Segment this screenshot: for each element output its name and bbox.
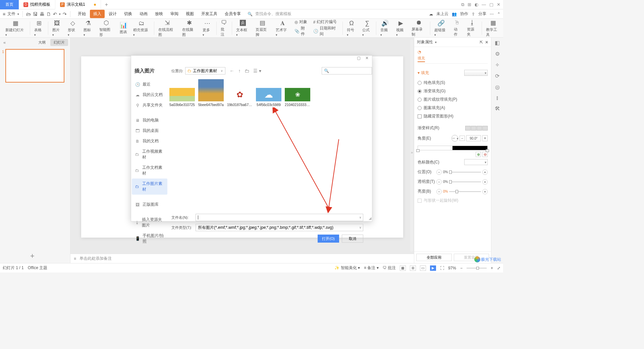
search-icon[interactable]: 🔍	[248, 12, 253, 16]
side-textdoc[interactable]: 🗀工作文档素材	[132, 162, 167, 179]
view-reading[interactable]: ▭	[420, 265, 426, 271]
back-icon[interactable]: ←	[229, 68, 234, 73]
close-icon[interactable]: ✕	[497, 2, 500, 7]
side-recent[interactable]: 🕓最近	[132, 79, 167, 90]
add-slide-button[interactable]: +	[30, 252, 35, 260]
rib-table[interactable]: ⊞表格	[32, 19, 47, 37]
chevron-up-icon[interactable]: ⌃	[497, 12, 500, 16]
slides-tab[interactable]: 幻灯片	[50, 39, 68, 46]
dialog-search[interactable]: 🔍	[322, 67, 372, 74]
rib-audio[interactable]: 🔊音频	[378, 19, 393, 37]
cancel-button[interactable]: 取消	[342, 235, 363, 243]
rib-icon[interactable]: ⚗图标	[81, 19, 96, 37]
pos-minus[interactable]: −	[436, 169, 442, 175]
side-desktop[interactable]: 🗔我的桌面	[132, 126, 167, 136]
outline-tab[interactable]: 大纲	[35, 39, 49, 46]
slider-icon[interactable]: ⚙	[495, 51, 500, 57]
view-sorter[interactable]: ⊞	[410, 265, 416, 271]
fold-icon[interactable]: »	[411, 150, 413, 154]
tab-home[interactable]: 首页	[0, 0, 19, 9]
rib-new-slide[interactable]: ▦新建幻灯片	[3, 19, 29, 37]
resize-handle[interactable]: ◢	[369, 216, 371, 220]
save-icon[interactable]: 🖫	[33, 11, 38, 17]
user-icon[interactable]: ◐	[475, 2, 478, 7]
viewmode-icon[interactable]: ☰ ▾	[253, 68, 261, 73]
angle-minus[interactable]: −	[460, 136, 465, 141]
file-item[interactable]: 54f56c03c5989	[256, 88, 281, 211]
zoom-out[interactable]: −	[460, 266, 463, 270]
slide-thumbnail[interactable]	[5, 49, 64, 83]
side-share[interactable]: ⚲共享文件夹	[132, 100, 167, 110]
collab-icon[interactable]: 👥	[452, 12, 457, 16]
angle-value[interactable]: 90.0°	[466, 135, 481, 141]
redo-icon[interactable]: ↷	[63, 11, 67, 17]
zoom-in[interactable]: +	[491, 266, 493, 270]
side-resfolder[interactable]: ⭳插入资源夹图片	[132, 214, 167, 231]
rib-slidenum[interactable]: #幻灯片编号	[313, 19, 339, 25]
radio-gradient[interactable]: 渐变填充(G)	[418, 87, 488, 95]
menu-tab-design[interactable]: 设计	[105, 10, 120, 18]
rib-object[interactable]: ◎对象	[294, 19, 309, 25]
menu-tab-review[interactable]: 审阅	[167, 10, 182, 18]
fit-button[interactable]: ⛶	[440, 266, 444, 270]
maximize-icon[interactable]: ▢	[489, 2, 493, 7]
filetype-select[interactable]: 所有图片(*.emf;*.wmf;*.jpg;*.jpeg;*.jpe;*.pn…	[196, 224, 363, 231]
panel-close-icon[interactable]: ✕	[485, 40, 488, 45]
side-cloud[interactable]: ☁我的云文档	[132, 90, 167, 100]
trans-plus[interactable]: +	[482, 179, 488, 185]
rib-attach[interactable]: 📎附件	[294, 26, 309, 37]
rib-video[interactable]: ▶视频	[393, 19, 409, 37]
filename-input[interactable]: ∨	[196, 214, 363, 221]
add-stop[interactable]: ⊕	[476, 152, 481, 157]
bright-plus[interactable]: +	[482, 189, 488, 194]
apply-all-button[interactable]: 全部应用	[416, 254, 452, 261]
prop-icon[interactable]: ◧	[495, 40, 500, 46]
notes-bar[interactable]: ≡ 单击此处添加备注	[70, 254, 414, 263]
angle-dial[interactable]	[451, 135, 458, 142]
rib-headerfooter[interactable]: ▤页眉页脚	[253, 18, 273, 38]
angle-plus[interactable]: +	[482, 135, 488, 141]
notes-button[interactable]: ≡ 备注 ▾	[364, 265, 379, 271]
target-icon[interactable]: ◎	[495, 84, 500, 90]
tab-document[interactable]: P 演示文稿1	[55, 0, 101, 9]
file-menu[interactable]: 文件	[7, 11, 15, 17]
side-docs[interactable]: 🗎我的文档	[132, 136, 167, 146]
menu-tab-slideshow[interactable]: 放映	[152, 10, 166, 18]
newfolder-icon[interactable]: 🗀	[245, 68, 249, 73]
rib-datetime[interactable]: 🕓日期和时间	[313, 26, 339, 37]
rib-symbol[interactable]: Ω符号	[344, 19, 359, 37]
side-pc[interactable]: 🖥我的电脑	[132, 115, 167, 126]
up-icon[interactable]: ↑	[238, 68, 240, 73]
rib-resfolder[interactable]: ⭳资源夹	[464, 18, 480, 38]
location-select[interactable]: 🗀 工作图片素材 ∨	[185, 67, 225, 74]
print-icon[interactable]: 🖶	[40, 11, 44, 17]
rib-teaching[interactable]: ▦教学工具	[483, 18, 503, 38]
new-tab-button[interactable]: +	[101, 2, 112, 8]
menu-tab-transition[interactable]: 切换	[121, 10, 136, 18]
search-placeholder[interactable]: 查找命令、搜索模板	[255, 11, 291, 17]
dialog-close-icon[interactable]: ✕	[365, 56, 369, 60]
bright-slider[interactable]	[449, 190, 481, 194]
dialog-minimize-icon[interactable]: ▢	[357, 56, 361, 60]
stopcolor-select[interactable]: ▾	[464, 159, 488, 165]
del-stop[interactable]: ⊖	[482, 152, 488, 157]
collapse-icon[interactable]: «	[2, 40, 6, 45]
radio-pattern[interactable]: 图案填充(A)	[418, 104, 488, 112]
rib-comment[interactable]: 🗨批注	[218, 18, 230, 38]
view-normal[interactable]: ▦	[400, 265, 406, 271]
side-phone[interactable]: 📱手机图片/拍照	[132, 231, 167, 247]
menu-tab-insert[interactable]: 插入	[90, 10, 105, 18]
tab-templates[interactable]: D 找稻壳模板	[19, 0, 55, 9]
rib-more[interactable]: ⋯更多	[200, 19, 215, 37]
more-icon[interactable]: ⋯	[490, 12, 494, 16]
pin-icon[interactable]: ⇱	[480, 40, 483, 45]
rib-wordart[interactable]: 𝐀艺术字	[273, 19, 291, 37]
fullscreen-icon[interactable]: ⤢	[497, 266, 500, 270]
book-icon[interactable]: ⫿	[496, 95, 499, 101]
menu-icon[interactable]: ≡	[3, 11, 5, 17]
trans-minus[interactable]: −	[436, 179, 442, 185]
rib-flowchart[interactable]: ⇲在线流程图	[156, 18, 179, 38]
rib-resources[interactable]: 🗂稻壳资源	[130, 19, 153, 37]
side-video[interactable]: 🗀工作视频素材	[132, 146, 167, 162]
scrollbar[interactable]	[410, 40, 413, 252]
